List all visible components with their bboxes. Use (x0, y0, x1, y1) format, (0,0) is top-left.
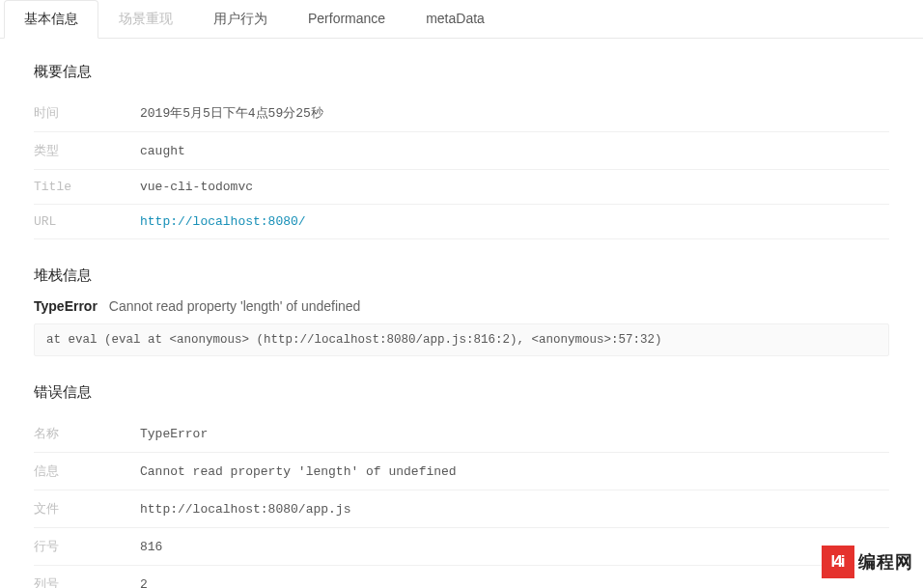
error-name-label: 名称 (34, 415, 140, 453)
error-row-file: 文件 http://localhost:8080/app.js (34, 490, 889, 528)
summary-type-value: caught (140, 132, 889, 170)
summary-row-type: 类型 caught (34, 132, 889, 170)
watermark: l4i 编程网 (822, 546, 913, 578)
error-name-value: TypeError (140, 415, 889, 453)
tab-performance[interactable]: Performance (288, 0, 406, 38)
tab-scene-replay[interactable]: 场景重现 (98, 0, 193, 38)
error-col-label: 列号 (34, 566, 140, 589)
error-row-name: 名称 TypeError (34, 415, 889, 453)
summary-table: 时间 2019年5月5日下午4点59分25秒 类型 caught Title v… (34, 95, 889, 239)
summary-row-time: 时间 2019年5月5日下午4点59分25秒 (34, 95, 889, 132)
error-file-value: http://localhost:8080/app.js (140, 490, 889, 528)
summary-title: 概要信息 (34, 63, 889, 81)
stack-header: TypeError Cannot read property 'length' … (34, 298, 889, 314)
watermark-text: 编程网 (858, 550, 913, 574)
summary-url-value[interactable]: http://localhost:8080/ (140, 205, 889, 239)
summary-url-label: URL (34, 205, 140, 239)
summary-type-label: 类型 (34, 132, 140, 170)
tab-basic-info[interactable]: 基本信息 (4, 0, 98, 39)
tab-user-behavior[interactable]: 用户行为 (193, 0, 288, 38)
error-msg-value: Cannot read property 'length' of undefin… (140, 453, 889, 490)
stack-trace: at eval (eval at <anonymous> (http://loc… (34, 323, 889, 356)
summary-section: 概要信息 时间 2019年5月5日下午4点59分25秒 类型 caught Ti… (34, 63, 889, 239)
error-col-value: 2 (140, 566, 889, 589)
summary-time-label: 时间 (34, 95, 140, 132)
error-msg-label: 信息 (34, 453, 140, 490)
stack-title: 堆栈信息 (34, 266, 889, 285)
error-title: 错误信息 (34, 383, 889, 402)
error-line-value: 816 (140, 528, 889, 566)
error-row-msg: 信息 Cannot read property 'length' of unde… (34, 453, 889, 490)
stack-error-message: Cannot read property 'length' of undefin… (109, 298, 361, 314)
summary-title-value: vue-cli-todomvc (140, 170, 889, 205)
summary-time-value: 2019年5月5日下午4点59分25秒 (140, 95, 889, 132)
content-area: 概要信息 时间 2019年5月5日下午4点59分25秒 类型 caught Ti… (0, 39, 923, 588)
stack-section: 堆栈信息 TypeError Cannot read property 'len… (34, 266, 889, 356)
error-line-label: 行号 (34, 528, 140, 566)
summary-row-url: URL http://localhost:8080/ (34, 205, 889, 239)
watermark-logo-icon: l4i (822, 546, 854, 578)
error-row-col: 列号 2 (34, 566, 889, 589)
error-section: 错误信息 名称 TypeError 信息 Cannot read propert… (34, 383, 889, 588)
tab-metadata[interactable]: metaData (406, 0, 505, 38)
error-table: 名称 TypeError 信息 Cannot read property 'le… (34, 415, 889, 588)
stack-error-type: TypeError (34, 298, 98, 314)
summary-row-title: Title vue-cli-todomvc (34, 170, 889, 205)
tab-bar: 基本信息 场景重现 用户行为 Performance metaData (0, 0, 923, 39)
error-row-line: 行号 816 (34, 528, 889, 566)
summary-title-label: Title (34, 170, 140, 205)
error-file-label: 文件 (34, 490, 140, 528)
